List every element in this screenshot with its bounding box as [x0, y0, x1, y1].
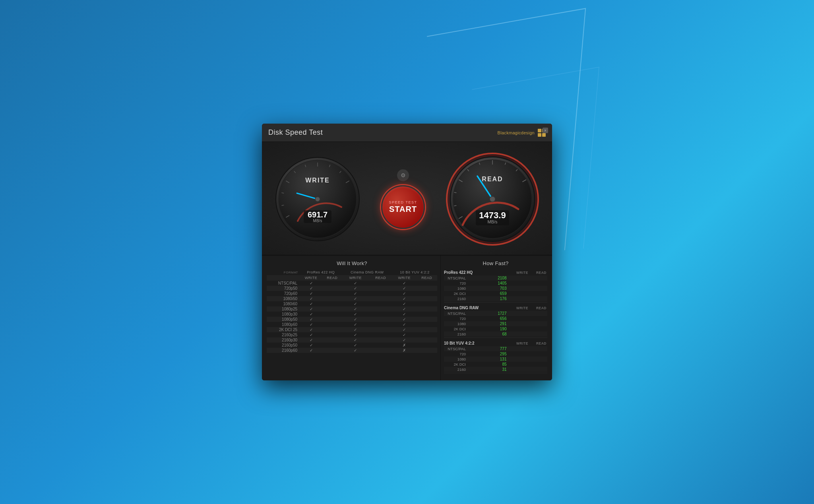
- how-fast-row: 720 1405: [444, 281, 547, 286]
- yuv-write-cell: ✓: [392, 312, 416, 317]
- dng-write-cell: ✓: [342, 301, 369, 306]
- prores-write-cell: ✓: [300, 291, 322, 296]
- prores-write-cell: ✓: [300, 317, 322, 322]
- prores-write-cell: ✓: [300, 322, 322, 327]
- prores-write-cell: ✓: [300, 337, 322, 343]
- yuv-write-cell: ✓: [392, 337, 416, 343]
- prores-read-cell: [322, 348, 342, 353]
- how-fast-row: 2160 31: [444, 367, 547, 372]
- prores-write-cell: ✓: [300, 286, 322, 291]
- format-cell: 1080p60: [267, 322, 300, 327]
- how-fast-section: How Fast? ProRes 422 HQ WRITE READ NTSC/…: [441, 256, 552, 380]
- yuv-read-cell: [417, 312, 437, 317]
- format-cell: NTSC/PAL: [267, 281, 300, 286]
- dng-read-header: READ: [369, 275, 392, 281]
- yuv-read-cell: [417, 348, 437, 353]
- format-cell: 720p60: [267, 291, 300, 296]
- format-cell: 1080i50: [267, 296, 300, 301]
- table-row: 1080p50 ✓ ✓ ✓: [267, 317, 437, 322]
- format-cell: 1080p50: [267, 317, 300, 322]
- dng-read-cell: [369, 348, 392, 353]
- hf-write: 659: [491, 291, 507, 296]
- hf-write: 703: [491, 286, 507, 291]
- hf-label: 1080: [444, 286, 466, 291]
- dng-read-cell: [369, 337, 392, 343]
- prores-read-cell: [322, 296, 342, 301]
- dng-write-header: WRITE: [342, 275, 369, 281]
- svg-text:READ: READ: [482, 176, 503, 182]
- hf-label: 2K DCI: [444, 291, 466, 296]
- dng-write-cell: ✓: [342, 286, 369, 291]
- hf-label: 1080: [444, 357, 466, 361]
- table-row: 1080p25 ✓ ✓ ✓: [267, 306, 437, 312]
- how-fast-group: Cinema DNG RAW WRITE READ NTSC/PAL 1727 …: [444, 305, 547, 338]
- table-row: 720p60 ✓ ✓ ✓: [267, 291, 437, 296]
- will-it-work-title: Will It Work?: [267, 260, 437, 266]
- yuv-write-cell: ✗: [392, 348, 416, 353]
- svg-text:691.7: 691.7: [308, 210, 328, 219]
- yuv-write-cell: ✗: [392, 343, 416, 348]
- yuv-read-cell: [417, 296, 437, 301]
- close-button[interactable]: ×: [543, 128, 548, 133]
- format-header-spacer: [267, 275, 300, 281]
- svg-point-14: [315, 197, 320, 202]
- table-row: NTSC/PAL ✓ ✓ ✓: [267, 281, 437, 286]
- dng-write-cell: ✓: [342, 296, 369, 301]
- prores-read-cell: [322, 281, 342, 286]
- how-fast-row: 720 295: [444, 351, 547, 357]
- hf-write: 31: [491, 367, 507, 372]
- hf-label: NTSC/PAL: [444, 347, 466, 351]
- svg-line-4: [281, 193, 284, 193]
- yuv-write-cell: ✓: [392, 306, 416, 312]
- dng-write-cell: ✓: [342, 332, 369, 337]
- prores-write-cell: ✓: [300, 296, 322, 301]
- settings-button[interactable]: ⚙: [397, 169, 409, 181]
- prores-read-cell: [322, 306, 342, 312]
- format-header: FORMAT: [267, 269, 300, 275]
- window-title: Disk Speed Test: [268, 128, 323, 137]
- prores-header: ProRes 422 HQ: [300, 269, 342, 275]
- prores-read-cell: [322, 317, 342, 322]
- dng-write-cell: ✓: [342, 312, 369, 317]
- dng-write-cell: ✓: [342, 337, 369, 343]
- prores-read-cell: [322, 332, 342, 337]
- prores-write-cell: ✓: [300, 281, 322, 286]
- how-fast-title: How Fast?: [444, 260, 547, 266]
- start-button-line1: SPEED TEST: [389, 200, 417, 205]
- hf-label: 2160: [444, 297, 466, 301]
- dng-write-cell: ✓: [342, 327, 369, 332]
- yuv-read-cell: [417, 332, 437, 337]
- prores-read-cell: [322, 312, 342, 317]
- data-section: Will It Work? FORMAT ProRes 422 HQ Cinem…: [262, 255, 552, 380]
- table-row: 1080i50 ✓ ✓ ✓: [267, 296, 437, 301]
- dng-write-cell: ✓: [342, 322, 369, 327]
- dng-read-cell: [369, 332, 392, 337]
- svg-text:WRITE: WRITE: [305, 177, 330, 184]
- table-row: 1080i60 ✓ ✓ ✓: [267, 301, 437, 306]
- brand-square-1: [538, 129, 541, 132]
- hf-write: 190: [491, 327, 507, 331]
- table-row: 2160p50 ✓ ✓ ✗: [267, 343, 437, 348]
- format-cell: 1080i60: [267, 301, 300, 306]
- dng-write-cell: ✓: [342, 306, 369, 312]
- dng-write-cell: ✓: [342, 343, 369, 348]
- how-fast-group-title: ProRes 422 HQ WRITE READ: [444, 269, 547, 275]
- format-cell: 2K DCI 25: [267, 327, 300, 332]
- hf-label: NTSC/PAL: [444, 311, 466, 316]
- yuv-write-cell: ✓: [392, 322, 416, 327]
- how-fast-row: 2K DCI 659: [444, 291, 547, 296]
- svg-line-23: [454, 205, 456, 206]
- svg-text:MB/s: MB/s: [487, 219, 498, 224]
- hf-label: 720: [444, 352, 466, 356]
- table-row: 720p50 ✓ ✓ ✓: [267, 286, 437, 291]
- yuv-write-cell: ✓: [392, 332, 416, 337]
- prores-write-header: WRITE: [300, 275, 322, 281]
- prores-read-cell: [322, 343, 342, 348]
- table-row: 1080p30 ✓ ✓ ✓: [267, 312, 437, 317]
- hf-write: 2108: [491, 276, 507, 280]
- read-gauge-svg: READ 1473.9 MB/s: [445, 151, 540, 247]
- table-row: 2K DCI 25 ✓ ✓ ✓: [267, 327, 437, 332]
- format-cell: 720p50: [267, 286, 300, 291]
- yuv-write-cell: ✓: [392, 317, 416, 322]
- start-button[interactable]: SPEED TEST START: [381, 185, 425, 229]
